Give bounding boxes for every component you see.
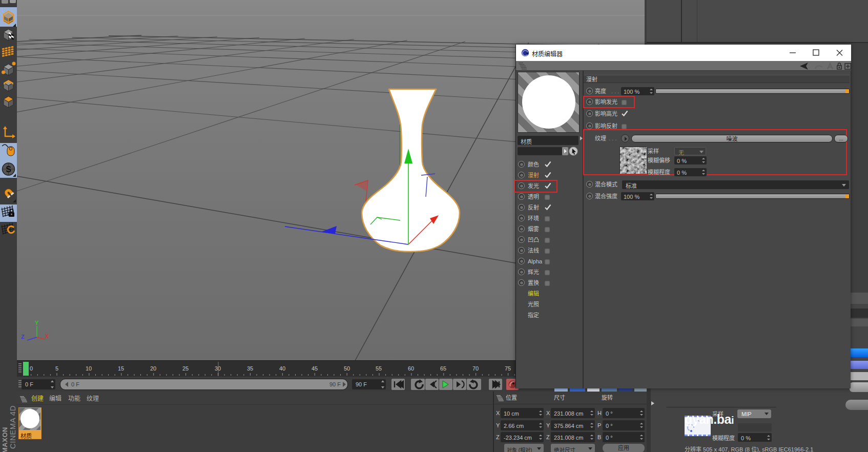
svg-text:90 F: 90 F xyxy=(356,381,367,387)
svg-text:35: 35 xyxy=(247,365,253,372)
svg-text:0 F: 0 F xyxy=(25,381,33,387)
svg-text:60: 60 xyxy=(408,365,414,372)
svg-text:Y: Y xyxy=(35,320,39,326)
svg-text:50: 50 xyxy=(344,365,350,372)
svg-text:65: 65 xyxy=(440,365,446,372)
svg-text:10: 10 xyxy=(86,365,92,372)
svg-text:75: 75 xyxy=(505,365,511,372)
svg-text:20: 20 xyxy=(150,365,156,372)
svg-text:90 F: 90 F xyxy=(329,381,341,387)
svg-text:40: 40 xyxy=(279,365,285,372)
svg-text:5: 5 xyxy=(55,365,58,372)
svg-text:25: 25 xyxy=(182,365,189,372)
svg-text:S: S xyxy=(6,165,11,174)
svg-text:70: 70 xyxy=(472,365,479,372)
svg-text:15: 15 xyxy=(118,365,124,372)
svg-text:0 F: 0 F xyxy=(71,381,79,387)
svg-text:45: 45 xyxy=(312,365,318,372)
svg-text:55: 55 xyxy=(376,365,382,372)
svg-text:0: 0 xyxy=(30,365,33,372)
svg-text:X: X xyxy=(45,333,49,339)
svg-text:30: 30 xyxy=(215,365,221,372)
svg-text:Z: Z xyxy=(21,334,25,340)
